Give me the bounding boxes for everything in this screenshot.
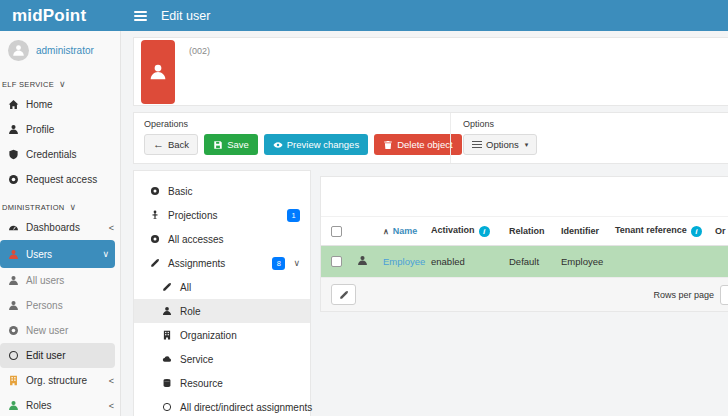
projections-count-badge: 1: [287, 209, 300, 222]
sidebar-item-credentials[interactable]: Credentials: [0, 142, 120, 167]
menu-toggle-icon[interactable]: [134, 9, 147, 23]
cell-relation: Default: [509, 256, 561, 267]
options-group: Options Options ▾: [450, 113, 728, 163]
section-label: DMINISTRATION: [2, 203, 65, 212]
column-header-activation[interactable]: Activationi: [431, 225, 509, 236]
shield-icon: [8, 149, 19, 160]
building-icon: [8, 375, 19, 386]
chevron-left-icon: <: [109, 401, 114, 411]
person-icon: [8, 275, 19, 286]
menu-item-organization[interactable]: Organization: [134, 323, 310, 347]
sidebar-item-persons[interactable]: Persons: [0, 293, 120, 318]
assignment-name-link[interactable]: Employee: [383, 256, 425, 267]
sidebar-item-roles[interactable]: Roles <: [0, 393, 120, 416]
role-type-icon: [357, 255, 383, 268]
arrow-left-icon: ←: [153, 139, 164, 150]
menu-item-assignments[interactable]: Assignments 8 ∨: [134, 251, 310, 275]
assignments-count-badge: 8: [272, 257, 285, 270]
menu-item-projections[interactable]: Projections 1: [134, 203, 310, 227]
circle-icon: [150, 234, 160, 244]
sidebar: administrator ELF SERVICE ∨ Home Profile…: [0, 31, 121, 416]
top-bar: midPoint Edit user: [0, 0, 728, 31]
menu-item-role[interactable]: Role: [134, 299, 310, 323]
menu-item-basic[interactable]: Basic: [134, 179, 310, 203]
table-row[interactable]: Employee enabled Default Employee: [321, 246, 728, 277]
row-checkbox[interactable]: [331, 256, 342, 267]
list-icon: [472, 139, 482, 150]
column-header-org[interactable]: Or: [715, 226, 728, 236]
menu-item-resource[interactable]: Resource: [134, 371, 310, 395]
save-button[interactable]: Save: [204, 134, 258, 155]
user-red-icon: [8, 249, 19, 260]
sidebar-item-all-users[interactable]: All users: [0, 268, 120, 293]
menu-item-all-assignments[interactable]: All: [134, 275, 310, 299]
projection-icon: [150, 210, 160, 220]
sidebar-item-profile[interactable]: Profile: [0, 117, 120, 142]
sidebar-section-administration[interactable]: DMINISTRATION ∨: [0, 192, 120, 215]
sidebar-item-dashboards[interactable]: Dashboards <: [0, 215, 120, 240]
user-avatar-icon: [8, 40, 29, 61]
sidebar-item-users[interactable]: Users ∨: [0, 240, 115, 268]
person-icon: [162, 306, 172, 316]
chevron-down-icon: ∨: [293, 258, 300, 268]
select-all-checkbox[interactable]: [331, 226, 342, 237]
app-window: midPoint Edit user administrator ELF SER…: [0, 0, 728, 416]
sidebar-item-request-access[interactable]: Request access: [0, 167, 120, 192]
sort-asc-icon: ∧: [383, 227, 389, 236]
toolbar-panel: Operations ← Back Save Preview changes: [133, 112, 728, 164]
sidebar-item-new-user[interactable]: New user: [0, 318, 120, 343]
column-header-relation[interactable]: Relation: [509, 226, 561, 236]
eye-icon: [273, 140, 283, 150]
page-title: Edit user: [161, 9, 210, 23]
circle-outline-icon: [8, 350, 19, 361]
menu-item-all-accesses[interactable]: All accesses: [134, 227, 310, 251]
menu-item-all-direct-indirect[interactable]: All direct/indirect assignments: [134, 395, 310, 416]
section-label: ELF SERVICE: [2, 80, 54, 89]
app-logo[interactable]: midPoint: [0, 6, 120, 26]
assignment-icon: [150, 258, 160, 268]
assignment-icon: [339, 290, 349, 300]
sidebar-item-org-structure[interactable]: Org. structure <: [0, 368, 120, 393]
info-icon[interactable]: i: [691, 226, 702, 237]
column-header-name[interactable]: ∧Name: [383, 226, 431, 236]
table-header-row: ∧Name Activationi Relation Identifier Te…: [321, 217, 728, 246]
user-summary-panel: (002): [133, 37, 728, 106]
back-button[interactable]: ← Back: [144, 134, 198, 155]
column-header-tenant-reference[interactable]: Tenant referencei: [615, 225, 715, 236]
operations-group: Operations ← Back Save Preview changes: [134, 113, 450, 163]
trash-icon: [383, 140, 393, 150]
assignment-icon: [162, 282, 172, 292]
main-content: (002) Operations ← Back Save Pr: [121, 31, 728, 416]
chevron-down-icon: ∨: [102, 249, 109, 259]
options-dropdown-button[interactable]: Options ▾: [463, 134, 537, 155]
caret-down-icon: ▾: [525, 141, 529, 149]
rows-per-page-select[interactable]: [720, 285, 728, 305]
circle-outline-icon: [162, 402, 172, 412]
circle-icon: [150, 186, 160, 196]
user-photo-placeholder: [141, 40, 175, 104]
menu-item-service[interactable]: Service: [134, 347, 310, 371]
building-icon: [162, 330, 172, 340]
assignments-table-panel: ∧Name Activationi Relation Identifier Te…: [320, 176, 728, 312]
edit-user-menu: Basic Projections 1 All accesses Assignm…: [133, 170, 311, 416]
table-toolbar: [321, 177, 728, 217]
delete-object-button[interactable]: Delete object: [374, 134, 461, 155]
sidebar-item-edit-user[interactable]: Edit user: [0, 343, 115, 368]
role-green-icon: [8, 400, 19, 411]
chevron-down-icon: ∨: [70, 202, 77, 212]
cloud-icon: [162, 354, 172, 364]
sidebar-item-home[interactable]: Home: [0, 92, 120, 117]
sidebar-section-self-service[interactable]: ELF SERVICE ∨: [0, 69, 120, 92]
database-icon: [162, 378, 172, 388]
options-label: Options: [463, 119, 728, 129]
circle-dot-icon: [8, 174, 19, 185]
info-icon[interactable]: i: [479, 226, 490, 237]
table-footer: Rows per page: [321, 277, 728, 311]
preview-changes-button[interactable]: Preview changes: [264, 134, 368, 155]
chevron-left-icon: <: [109, 223, 114, 233]
person-icon: [8, 300, 19, 311]
new-assignment-button[interactable]: [331, 284, 356, 305]
column-header-identifier[interactable]: Identifier: [561, 226, 615, 236]
sidebar-user[interactable]: administrator: [0, 31, 120, 69]
chevron-down-icon: ∨: [59, 79, 66, 89]
